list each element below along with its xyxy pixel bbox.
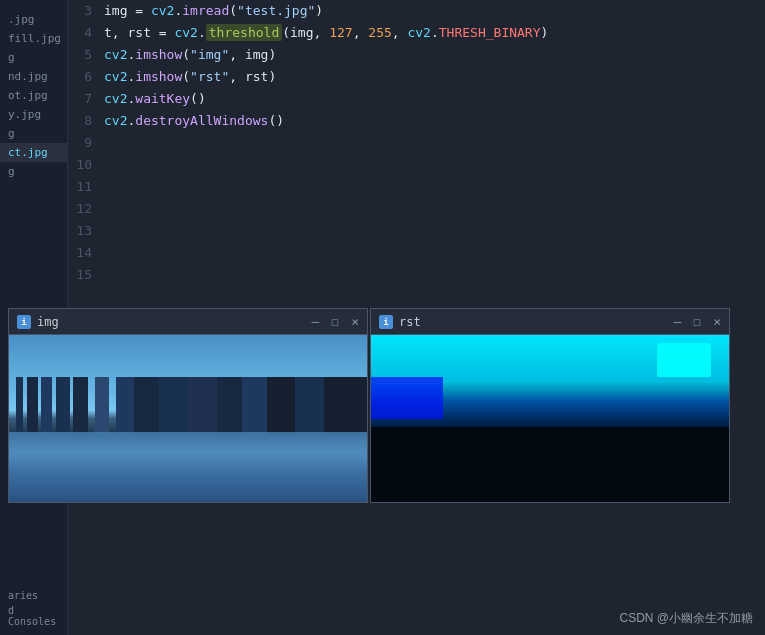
threshold-cyan-patch [657,343,711,376]
rst-window-icon: i [379,315,393,329]
code-line-6: 6 cv2.imshow("rst", rst) [68,66,765,88]
img-window-minimize[interactable]: — [312,315,320,328]
code-line-3: 3 img = cv2.imread("test.jpg") [68,0,765,22]
code-line-12: 12 [68,198,765,220]
watermark: CSDN @小幽余生不加糖 [619,610,753,627]
sidebar-file-ot[interactable]: ot.jpg [0,86,67,105]
code-line-9: 9 [68,132,765,154]
line-number-4: 4 [68,22,104,44]
threshold-blue-patch [371,377,443,419]
img-window[interactable]: i img — ☐ × [8,308,368,503]
code-line-10: 10 [68,154,765,176]
sidebar-file-jpg[interactable]: .jpg [0,10,67,29]
code-line-11: 11 [68,176,765,198]
sidebar-file-g3[interactable]: g [0,162,67,181]
code-line-8: 8 cv2.destroyAllWindows() [68,110,765,132]
sidebar-file-ct[interactable]: ct.jpg [0,143,67,162]
code-line-15: 15 [68,264,765,286]
rst-window[interactable]: i rst — ☐ × [370,308,730,503]
rst-window-titlebar: i rst — ☐ × [371,309,729,335]
line-number-8: 8 [68,110,104,132]
line-number-3: 3 [68,0,104,22]
rst-window-content [371,335,729,502]
sidebar-bottom-consoles[interactable]: d Consoles [8,603,59,629]
line-number-9: 9 [68,132,104,154]
line-number-10: 10 [68,154,104,176]
line-number-6: 6 [68,66,104,88]
line-content-7: cv2.waitKey() [104,88,206,110]
sidebar-bottom: aries d Consoles [0,582,67,635]
code-line-7: 7 cv2.waitKey() [68,88,765,110]
img-window-titlebar: i img — ☐ × [9,309,367,335]
rst-window-controls: — ☐ × [674,315,721,328]
rst-window-title: rst [399,315,421,329]
editor-area: 3 img = cv2.imread("test.jpg") 4 t, rst … [68,0,765,635]
line-number-14: 14 [68,242,104,264]
code-line-13: 13 [68,220,765,242]
city-image [9,335,367,502]
img-window-title: img [37,315,59,329]
img-window-maximize[interactable]: ☐ [331,315,339,328]
line-content-6: cv2.imshow("rst", rst) [104,66,276,88]
threshold-buildings [371,427,729,477]
rst-window-close[interactable]: × [713,315,721,328]
sidebar-file-list: .jpg fill.jpg g nd.jpg ot.jpg y.jpg g ct… [0,0,67,181]
sidebar-file-nd[interactable]: nd.jpg [0,67,67,86]
code-editor[interactable]: 3 img = cv2.imread("test.jpg") 4 t, rst … [68,0,765,300]
rst-window-maximize[interactable]: ☐ [693,315,701,328]
code-line-5: 5 cv2.imshow("img", img) [68,44,765,66]
code-line-14: 14 [68,242,765,264]
sidebar-bottom-aries[interactable]: aries [8,588,59,603]
line-number-12: 12 [68,198,104,220]
line-content-4: t, rst = cv2.threshold(img, 127, 255, cv… [104,22,548,44]
img-window-controls: — ☐ × [312,315,359,328]
line-content-3: img = cv2.imread("test.jpg") [104,0,323,22]
line-number-15: 15 [68,264,104,286]
rst-window-title-left: i rst [379,315,421,329]
line-number-5: 5 [68,44,104,66]
img-window-icon: i [17,315,31,329]
code-line-4: 4 t, rst = cv2.threshold(img, 127, 255, … [68,22,765,44]
sidebar-file-g1[interactable]: g [0,48,67,67]
line-content-8: cv2.destroyAllWindows() [104,110,284,132]
line-content-5: cv2.imshow("img", img) [104,44,276,66]
threshold-image [371,335,729,502]
img-window-title-left: i img [17,315,59,329]
line-number-7: 7 [68,88,104,110]
line-number-11: 11 [68,176,104,198]
img-window-content [9,335,367,502]
sidebar-file-y[interactable]: y.jpg [0,105,67,124]
img-window-close[interactable]: × [351,315,359,328]
rst-window-minimize[interactable]: — [674,315,682,328]
sidebar-file-g2[interactable]: g [0,124,67,143]
sidebar-file-fill[interactable]: fill.jpg [0,29,67,48]
line-number-13: 13 [68,220,104,242]
